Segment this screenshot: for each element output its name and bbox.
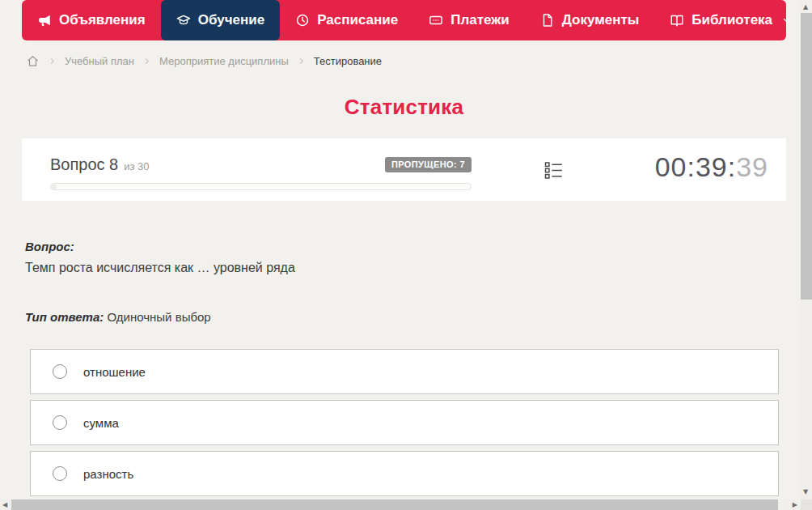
progress-bar: [50, 183, 472, 190]
graduation-cap-icon: [176, 13, 191, 28]
horizontal-scrollbar-thumb[interactable]: [11, 499, 778, 510]
answer-type-label: Тип ответа:: [25, 310, 104, 324]
answer-options: отношение сумма разность: [30, 349, 779, 496]
question-body: Вопрос: Темп роста исчисляется как … уро…: [22, 240, 786, 324]
scroll-up-arrow-icon[interactable]: ▲: [803, 4, 808, 11]
breadcrumb-separator-icon: [297, 57, 306, 66]
answer-option-label: сумма: [83, 416, 119, 430]
megaphone-icon: [37, 13, 52, 28]
nav-item-label: Обучение: [198, 12, 264, 28]
nav-item-library[interactable]: Библиотека: [654, 0, 808, 40]
timer: 00:39:39: [655, 151, 768, 183]
question-total: из 30: [124, 160, 149, 172]
answer-type-value: Одиночный выбор: [107, 310, 210, 324]
nav-item-payments[interactable]: Платежи: [413, 0, 525, 40]
question-number: Вопрос 8: [50, 155, 118, 174]
scroll-right-arrow-icon[interactable]: ▶: [793, 502, 797, 508]
clock-icon: [295, 13, 310, 28]
question-progress-block: Вопрос 8 из 30 ПРОПУЩЕНО: 7: [50, 138, 472, 190]
answer-option-label: отношение: [83, 365, 146, 379]
scroll-left-arrow-icon[interactable]: ◀: [2, 502, 7, 508]
nav-item-label: Расписание: [317, 12, 398, 28]
horizontal-scrollbar[interactable]: ◀ ▶: [0, 499, 801, 510]
answer-option[interactable]: сумма: [30, 400, 779, 445]
answer-option[interactable]: разность: [30, 451, 779, 496]
radio-button[interactable]: [53, 466, 67, 481]
skipped-badge: ПРОПУЩЕНО: 7: [385, 157, 472, 172]
breadcrumb-separator-icon: [48, 57, 57, 66]
question-list-button[interactable]: [543, 159, 565, 181]
question-text: Темп роста исчисляется как … уровней ряд…: [25, 261, 786, 275]
home-icon[interactable]: [26, 54, 40, 68]
question-status-card: Вопрос 8 из 30 ПРОПУЩЕНО: 7 00:39:39: [22, 138, 786, 201]
progress-bar-fill: [51, 184, 57, 189]
breadcrumb: Учебный план Мероприятие дисциплины Тест…: [22, 50, 786, 71]
nav-item-label: Библиотека: [691, 12, 772, 28]
radio-button[interactable]: [53, 364, 67, 379]
radio-button[interactable]: [53, 415, 67, 430]
payments-icon: [429, 13, 443, 28]
timer-hours-minutes: 00:39:: [655, 151, 737, 182]
book-icon: [670, 13, 684, 28]
scrollbar-corner: [801, 499, 812, 510]
breadcrumb-item-discipline-event[interactable]: Мероприятие дисциплины: [159, 55, 289, 67]
nav-item-documents[interactable]: Документы: [525, 0, 655, 40]
timer-seconds: 39: [736, 151, 768, 182]
vertical-scrollbar-thumb[interactable]: [801, 13, 812, 300]
nav-item-schedule[interactable]: Расписание: [280, 0, 413, 40]
chevron-down-icon: [780, 15, 793, 26]
nav-item-label: Объявления: [59, 12, 146, 28]
answer-option-label: разность: [83, 467, 133, 481]
breadcrumb-item-curriculum[interactable]: Учебный план: [65, 55, 134, 67]
nav-item-announcements[interactable]: Объявления: [22, 0, 161, 40]
page-title: Статистика: [22, 95, 786, 120]
document-icon: [540, 13, 555, 28]
breadcrumb-item-testing: Тестирование: [314, 55, 382, 67]
list-icon: [543, 159, 565, 181]
answer-option[interactable]: отношение: [30, 349, 779, 394]
vertical-scrollbar[interactable]: ▲ ▼: [801, 0, 812, 499]
nav-item-education[interactable]: Обучение: [161, 0, 280, 40]
question-heading: Вопрос:: [25, 240, 786, 253]
main-content: Объявления Обучение Расписание Платежи Д…: [22, 0, 786, 502]
breadcrumb-separator-icon: [142, 57, 151, 66]
nav-item-label: Платежи: [450, 12, 510, 28]
nav-item-label: Документы: [562, 12, 640, 28]
scroll-down-arrow-icon[interactable]: ▼: [803, 489, 808, 495]
main-nav: Объявления Обучение Расписание Платежи Д…: [22, 0, 786, 40]
